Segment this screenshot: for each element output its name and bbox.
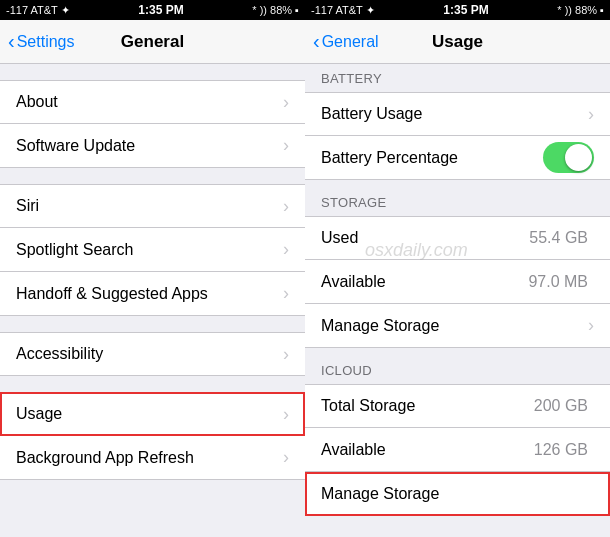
section-gap-3: [0, 316, 305, 332]
list-item-manage-storage-icloud[interactable]: Manage Storage: [305, 472, 610, 516]
total-storage-label: Total Storage: [321, 397, 534, 415]
usage-label: Usage: [16, 405, 279, 423]
manage-storage-icloud-label: Manage Storage: [321, 485, 594, 503]
left-status-icons: * )) 88% ▪: [252, 4, 299, 16]
right-back-chevron-icon: ‹: [313, 31, 320, 51]
list-item-battery-percentage[interactable]: Battery Percentage: [305, 136, 610, 180]
list-item-available-icloud: Available 126 GB: [305, 428, 610, 472]
left-nav-back[interactable]: ‹ Settings: [8, 32, 74, 51]
list-item-background-app-refresh[interactable]: Background App Refresh ›: [0, 436, 305, 480]
spotlight-search-label: Spotlight Search: [16, 241, 279, 259]
storage-section-header: STORAGE: [305, 188, 610, 216]
icloud-header-text: ICLOUD: [321, 363, 372, 378]
manage-storage-label: Manage Storage: [321, 317, 584, 335]
back-chevron-icon: ‹: [8, 31, 15, 51]
section-gap-1: [0, 64, 305, 80]
list-item-software-update[interactable]: Software Update ›: [0, 124, 305, 168]
storage-header-text: STORAGE: [321, 195, 386, 210]
battery-percentage-label: Battery Percentage: [321, 149, 543, 167]
used-label: Used: [321, 229, 529, 247]
siri-label: Siri: [16, 197, 279, 215]
right-nav-bar: ‹ General Usage: [305, 20, 610, 64]
list-item-accessibility[interactable]: Accessibility ›: [0, 332, 305, 376]
list-item-about[interactable]: About ›: [0, 80, 305, 124]
total-storage-value: 200 GB: [534, 397, 588, 415]
storage-gap: [305, 180, 610, 188]
handoff-label: Handoff & Suggested Apps: [16, 285, 279, 303]
icloud-gap: [305, 348, 610, 356]
battery-header-text: BATTERY: [321, 71, 382, 86]
available-storage-label: Available: [321, 273, 528, 291]
section-gap-4: [0, 376, 305, 392]
background-app-refresh-label: Background App Refresh: [16, 449, 279, 467]
available-storage-value: 97.0 MB: [528, 273, 588, 291]
siri-chevron-icon: ›: [283, 196, 289, 217]
list-item-used: Used 55.4 GB: [305, 216, 610, 260]
right-nav-back[interactable]: ‹ General: [313, 32, 379, 51]
right-nav-back-label[interactable]: General: [322, 33, 379, 51]
about-label: About: [16, 93, 279, 111]
background-app-refresh-chevron-icon: ›: [283, 447, 289, 468]
right-nav-title: Usage: [432, 32, 483, 52]
right-status-icons: * )) 88% ▪: [557, 4, 604, 16]
battery-percentage-toggle[interactable]: [543, 142, 594, 173]
battery-usage-label: Battery Usage: [321, 105, 584, 123]
list-item-handoff[interactable]: Handoff & Suggested Apps ›: [0, 272, 305, 316]
spotlight-search-chevron-icon: ›: [283, 239, 289, 260]
right-status-time: 1:35 PM: [443, 3, 488, 17]
battery-usage-chevron-icon: ›: [588, 104, 594, 125]
left-status-carrier: -117 AT&T ✦: [6, 4, 70, 17]
icloud-section-header: ICLOUD: [305, 356, 610, 384]
left-status-time: 1:35 PM: [138, 3, 183, 17]
available-icloud-value: 126 GB: [534, 441, 588, 459]
list-item-available-storage: Available 97.0 MB: [305, 260, 610, 304]
toggle-knob: [565, 144, 592, 171]
manage-storage-chevron-icon: ›: [588, 315, 594, 336]
left-settings-list: About › Software Update › Siri › Spotlig…: [0, 64, 305, 537]
section-gap-2: [0, 168, 305, 184]
list-item-spotlight-search[interactable]: Spotlight Search ›: [0, 228, 305, 272]
battery-section-header: BATTERY: [305, 64, 610, 92]
right-status-carrier: -117 AT&T ✦: [311, 4, 375, 17]
right-panel: -117 AT&T ✦ 1:35 PM * )) 88% ▪ ‹ General…: [305, 0, 610, 537]
available-icloud-label: Available: [321, 441, 534, 459]
accessibility-chevron-icon: ›: [283, 344, 289, 365]
list-item-siri[interactable]: Siri ›: [0, 184, 305, 228]
usage-chevron-icon: ›: [283, 404, 289, 425]
list-item-usage[interactable]: Usage ›: [0, 392, 305, 436]
right-status-bar: -117 AT&T ✦ 1:35 PM * )) 88% ▪: [305, 0, 610, 20]
list-item-total-storage: Total Storage 200 GB: [305, 384, 610, 428]
about-chevron-icon: ›: [283, 92, 289, 113]
software-update-label: Software Update: [16, 137, 279, 155]
list-item-manage-storage[interactable]: Manage Storage ›: [305, 304, 610, 348]
left-panel: -117 AT&T ✦ 1:35 PM * )) 88% ▪ ‹ Setting…: [0, 0, 305, 537]
right-settings-list: BATTERY Battery Usage › Battery Percenta…: [305, 64, 610, 537]
accessibility-label: Accessibility: [16, 345, 279, 363]
handoff-chevron-icon: ›: [283, 283, 289, 304]
left-nav-back-label[interactable]: Settings: [17, 33, 75, 51]
used-value: 55.4 GB: [529, 229, 588, 247]
left-nav-bar: ‹ Settings General: [0, 20, 305, 64]
list-item-battery-usage[interactable]: Battery Usage ›: [305, 92, 610, 136]
software-update-chevron-icon: ›: [283, 135, 289, 156]
left-nav-title: General: [121, 32, 184, 52]
left-status-bar: -117 AT&T ✦ 1:35 PM * )) 88% ▪: [0, 0, 305, 20]
